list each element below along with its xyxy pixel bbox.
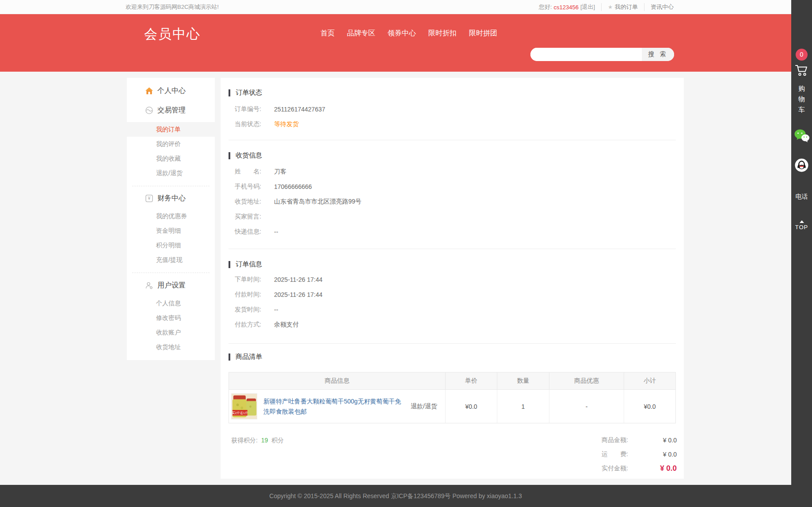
status-label: 当前状态: — [235, 120, 274, 128]
order-no-label: 订单编号: — [235, 105, 274, 113]
status-badge: 等待发货 — [274, 120, 299, 128]
quantity-cell: 1 — [497, 390, 549, 423]
sidebar-section-settings[interactable]: 用户设置 — [127, 279, 215, 292]
receiver-name-row: 姓 名: 刀客 — [235, 164, 684, 179]
my-orders-link[interactable]: 我的订单 — [615, 3, 638, 11]
amount-summary: 商品金额: ¥ 0.0 运 费: ¥ 0.0 实付金额: ¥ 0.0 — [602, 433, 677, 476]
address-row: 收货地址: 山东省青岛市市北区漂亮路99号 — [235, 194, 684, 209]
created-time-label: 下单时间: — [235, 276, 274, 284]
points-value: 19 — [261, 437, 268, 444]
cart-count-badge: 0 — [796, 49, 808, 61]
express-label: 快递信息: — [235, 228, 274, 236]
nav-item-group-buy[interactable]: 限时拼团 — [469, 29, 497, 38]
sidebar-section-personal-center[interactable]: 个人中心 — [127, 84, 215, 97]
page-title: 会员中心 — [144, 25, 201, 43]
shipped-time-label: 发货时间: — [235, 306, 274, 314]
phone-label: 手机号码: — [235, 183, 274, 191]
yuan-wallet-icon: ¥ — [145, 195, 153, 202]
search-input[interactable] — [530, 48, 642, 61]
receiver-name-label: 姓 名: — [235, 168, 274, 176]
sidebar-item-refunds[interactable]: 退款/退货 — [127, 166, 215, 181]
back-to-top-label: TOP — [791, 224, 812, 230]
nav-item-home[interactable]: 首页 — [320, 29, 335, 38]
sidebar-item-fund-details[interactable]: 资金明细 — [127, 223, 215, 238]
home-icon — [145, 87, 153, 95]
section-title-order-info: 订单信息 — [229, 260, 684, 269]
wechat-icon[interactable] — [794, 129, 810, 142]
pay-method-value: 余额支付 — [274, 321, 299, 329]
phone-contact[interactable]: 电话 — [791, 193, 812, 201]
news-center-link[interactable]: 资讯中心 — [651, 3, 674, 11]
order-no-value: 251126174427637 — [274, 106, 325, 113]
greeting-label: 您好: — [539, 3, 552, 11]
qq-icon[interactable] — [795, 158, 808, 172]
star-icon: ★ — [608, 4, 613, 10]
floating-toolbar: 0 购物车 电话 TOP — [791, 0, 812, 507]
cart-icon[interactable] — [795, 65, 808, 77]
refund-link[interactable]: 退款/退货 — [411, 403, 437, 411]
username-link[interactable]: cs123456 — [554, 4, 579, 11]
search-button[interactable]: 搜 索 — [642, 48, 674, 61]
back-to-top-button[interactable]: TOP — [791, 220, 812, 230]
sidebar-section-trade[interactable]: 交易管理 — [127, 104, 215, 117]
sidebar-section-label: 用户设置 — [157, 281, 186, 290]
sidebar-item-payment-account[interactable]: 收款账户 — [127, 325, 215, 340]
top-utility-bar: 欢迎来到刀客源码网B2C商城演示站! 您好: cs123456 [退出] ★ 我… — [0, 0, 791, 14]
goods-table-header: 商品信息 单价 数量 商品优惠 小计 — [229, 373, 675, 390]
shipped-time-value: -- — [274, 306, 278, 313]
section-divider — [229, 343, 676, 344]
subtotal-cell: ¥0.0 — [624, 390, 675, 423]
sidebar-item-change-password[interactable]: 修改密码 — [127, 311, 215, 325]
sidebar-item-my-favorites[interactable]: 我的收藏 — [127, 151, 215, 166]
points-label: 获得积分: — [231, 437, 258, 444]
sidebar-section-finance[interactable]: ¥ 财务中心 — [127, 192, 215, 205]
sidebar-item-my-coupons[interactable]: 我的优惠券 — [127, 209, 215, 223]
main-nav: 首页 品牌专区 领券中心 限时折扣 限时拼团 — [320, 29, 497, 38]
address-value: 山东省青岛市市北区漂亮路99号 — [274, 198, 362, 206]
unit-price-cell: ¥0.0 — [445, 390, 497, 423]
col-header-subtotal: 小计 — [624, 373, 675, 389]
product-title-link[interactable]: 新疆特产吐鲁番大颗粒葡萄干500g无籽黄萄葡干免洗即食散装包邮 — [263, 396, 401, 417]
welcome-text: 欢迎来到刀客源码网B2C商城演示站! — [126, 0, 219, 14]
pay-method-label: 付款方式: — [235, 321, 274, 329]
svg-text:¥: ¥ — [148, 196, 151, 201]
section-title-order-status: 订单状态 — [229, 88, 684, 97]
nav-item-coupons[interactable]: 领券中心 — [388, 29, 416, 38]
order-detail-panel: 订单状态 订单编号: 251126174427637 当前状态: 等待发货 收货… — [221, 78, 684, 479]
sidebar-item-my-reviews[interactable]: 我的评价 — [127, 137, 215, 151]
user-settings-icon — [145, 282, 153, 289]
paid-time-label: 付款时间: — [235, 291, 274, 299]
sidebar-item-profile[interactable]: 个人信息 — [127, 296, 215, 311]
col-header-discount: 商品优惠 — [549, 373, 624, 389]
news-center-group[interactable]: 资讯中心 — [644, 3, 680, 11]
copyright-text: Copyright © 2015-2025 All Rights Reserve… — [269, 492, 522, 499]
product-image[interactable]: 买2斤送1斤 — [231, 393, 257, 419]
sidebar-divider — [132, 273, 210, 273]
express-value: -- — [274, 228, 278, 235]
express-row: 快递信息: -- — [235, 224, 684, 239]
sidebar-divider — [132, 186, 210, 186]
buyer-message-label: 买家留言: — [235, 213, 274, 221]
footer: Copyright © 2015-2025 All Rights Reserve… — [0, 485, 791, 507]
search-bar: 搜 索 — [530, 48, 674, 61]
col-header-unit-price: 单价 — [445, 373, 497, 389]
exchange-icon — [145, 107, 153, 114]
nav-item-flash-discount[interactable]: 限时折扣 — [428, 29, 457, 38]
order-summary: 获得积分: 19 积分 商品金额: ¥ 0.0 运 费: ¥ 0.0 实付金额:… — [231, 433, 677, 476]
sidebar-item-recharge-withdraw[interactable]: 充值/提现 — [127, 253, 215, 267]
nav-item-brands[interactable]: 品牌专区 — [347, 29, 375, 38]
cart-label[interactable]: 购物车 — [791, 83, 812, 115]
member-center-page: 欢迎来到刀客源码网B2C商城演示站! 您好: cs123456 [退出] ★ 我… — [0, 0, 812, 507]
sidebar-item-points-details[interactable]: 积分明细 — [127, 238, 215, 253]
created-time-row: 下单时间: 2025-11-26 17:44 — [235, 272, 684, 287]
paid-time-row: 付款时间: 2025-11-26 17:44 — [235, 287, 684, 302]
order-no-row: 订单编号: 251126174427637 — [235, 102, 684, 117]
sidebar-item-shipping-address[interactable]: 收货地址 — [127, 340, 215, 354]
created-time-value: 2025-11-26 17:44 — [274, 276, 323, 283]
user-greeting: 您好: cs123456 [退出] — [533, 3, 601, 11]
goods-table: 商品信息 单价 数量 商品优惠 小计 — [229, 372, 676, 423]
logout-link[interactable]: [退出] — [580, 3, 595, 11]
my-orders-group[interactable]: ★ 我的订单 — [601, 3, 644, 11]
order-status-row: 当前状态: 等待发货 — [235, 117, 684, 132]
sidebar-item-my-orders[interactable]: 我的订单 — [127, 122, 215, 137]
